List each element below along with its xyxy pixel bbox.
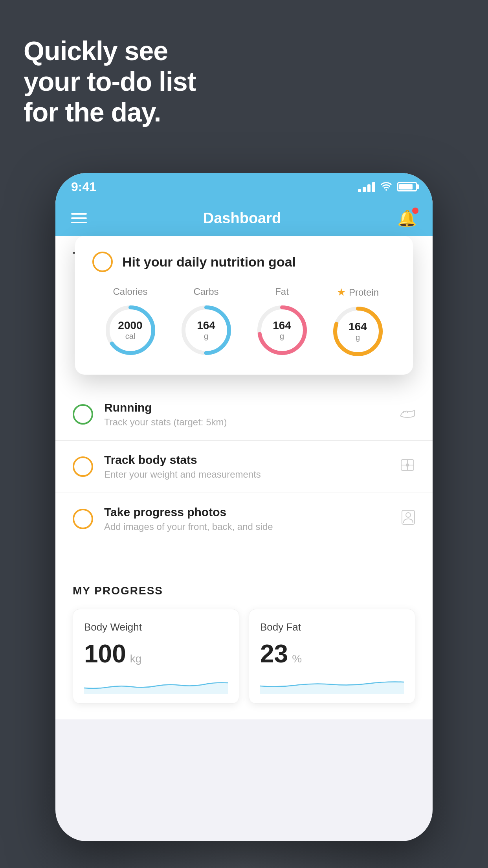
todo-check-photos [73, 509, 93, 529]
nutrition-item-carbs: Carbs 164 g [179, 286, 234, 358]
background: Quickly see your to-do list for the day.… [0, 0, 488, 868]
calories-unit: cal [118, 332, 142, 341]
svg-point-3 [406, 464, 409, 466]
todo-check-running [73, 404, 93, 425]
scale-icon [400, 458, 415, 475]
status-time: 9:41 [71, 180, 96, 194]
body-weight-unit: kg [130, 653, 142, 665]
fat-unit: g [273, 332, 291, 341]
body-weight-value: 100 [84, 641, 126, 666]
carbs-value: 164 [197, 320, 215, 332]
status-bar: 9:41 [55, 173, 433, 200]
calories-label: Calories [113, 286, 147, 297]
protein-circle: 164 g [330, 304, 385, 359]
carbs-label: Carbs [193, 286, 218, 297]
fat-circle: 164 g [255, 303, 310, 358]
todo-info-running: Running Track your stats (target: 5km) [104, 401, 389, 428]
progress-card-weight[interactable]: Body Weight 100 kg [73, 609, 239, 704]
todo-item-bodystats[interactable]: Track body stats Enter your weight and m… [55, 441, 433, 493]
todo-title-photos: Take progress photos [104, 506, 390, 519]
nutrition-circles: Calories 2000 cal Carbs [92, 286, 396, 359]
bell-icon[interactable]: 🔔 [397, 209, 417, 228]
todo-info-bodystats: Track body stats Enter your weight and m… [104, 453, 389, 480]
nutrition-item-fat: Fat 164 g [255, 286, 310, 358]
todo-subtitle-bodystats: Enter your weight and measurements [104, 469, 389, 480]
body-weight-chart [84, 674, 228, 694]
headline-line2: your to-do list [24, 66, 196, 97]
body-fat-value-row: 23 % [260, 641, 404, 666]
nutrition-check-circle[interactable] [92, 252, 113, 272]
headline-line3: for the day. [24, 97, 196, 127]
status-icons [358, 180, 417, 193]
person-icon [401, 509, 415, 528]
body-fat-label: Body Fat [260, 621, 404, 633]
nutrition-item-calories: Calories 2000 cal [103, 286, 158, 358]
hamburger-menu[interactable] [71, 213, 87, 223]
notification-dot [412, 208, 418, 214]
todo-item-photos[interactable]: Take progress photos Add images of your … [55, 493, 433, 545]
calories-value: 2000 [118, 320, 142, 332]
todo-subtitle-photos: Add images of your front, back, and side [104, 521, 390, 532]
headline: Quickly see your to-do list for the day. [24, 35, 196, 128]
progress-header: MY PROGRESS [73, 585, 415, 597]
todo-subtitle-running: Track your stats (target: 5km) [104, 417, 389, 428]
todo-item-running[interactable]: Running Track your stats (target: 5km) [55, 388, 433, 441]
battery-icon [397, 182, 417, 191]
body-weight-value-row: 100 kg [84, 641, 228, 666]
progress-card-fat[interactable]: Body Fat 23 % [249, 609, 415, 704]
todo-check-bodystats [73, 456, 93, 477]
protein-value: 164 [349, 321, 367, 333]
todo-title-bodystats: Track body stats [104, 453, 389, 467]
body-fat-chart [260, 674, 404, 694]
star-icon: ★ [337, 286, 346, 298]
nav-title: Dashboard [203, 210, 281, 227]
body-fat-value: 23 [260, 641, 288, 666]
nutrition-card: Hit your daily nutrition goal Calories 2… [75, 236, 413, 375]
carbs-circle: 164 g [179, 303, 234, 358]
body-weight-label: Body Weight [84, 621, 228, 633]
empty-space [55, 545, 433, 569]
protein-label: Protein [349, 287, 379, 298]
progress-section: MY PROGRESS Body Weight 100 kg [55, 569, 433, 719]
svg-point-5 [406, 513, 411, 517]
carbs-unit: g [197, 332, 215, 341]
protein-unit: g [349, 333, 367, 342]
calories-circle: 2000 cal [103, 303, 158, 358]
nutrition-card-title: Hit your daily nutrition goal [122, 254, 296, 270]
fat-label: Fat [275, 286, 289, 297]
card-title-row: Hit your daily nutrition goal [92, 252, 396, 272]
todo-title-running: Running [104, 401, 389, 414]
signal-icon [358, 181, 375, 192]
progress-cards: Body Weight 100 kg Body Fat [73, 609, 415, 704]
todo-list: Running Track your stats (target: 5km) [55, 388, 433, 545]
body-fat-unit: % [292, 653, 302, 665]
fat-value: 164 [273, 320, 291, 332]
nutrition-item-protein: ★ Protein 164 g [330, 286, 385, 359]
wifi-icon [380, 180, 393, 193]
nav-bar: Dashboard 🔔 [55, 200, 433, 236]
todo-info-photos: Take progress photos Add images of your … [104, 506, 390, 532]
protein-label-row: ★ Protein [337, 286, 379, 298]
shoe-icon [400, 407, 415, 422]
headline-line1: Quickly see [24, 35, 196, 66]
